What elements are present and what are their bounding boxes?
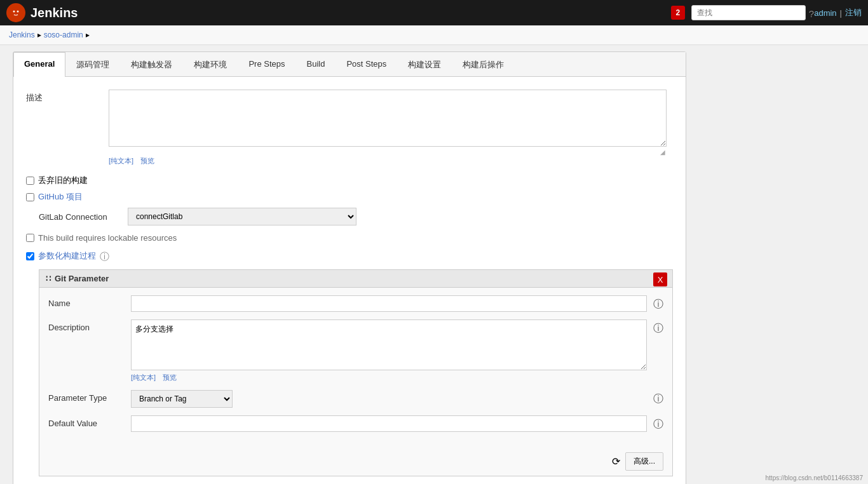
user-sep: | <box>840 8 842 18</box>
github-label-text: GitHub 项目 <box>38 191 83 203</box>
tab-presteps[interactable]: Pre Steps <box>238 52 295 77</box>
name-input[interactable]: myBranch <box>131 295 647 312</box>
parameterize-checkbox[interactable] <box>26 252 34 260</box>
username-link[interactable]: admin <box>814 8 836 18</box>
plain-text-link[interactable]: [纯文本] <box>109 157 133 165</box>
tab-buildsettings[interactable]: 构建设置 <box>397 52 452 77</box>
gitlab-connection-label: GitLab Connection <box>39 212 121 222</box>
breadcrumb-sep1: ▸ <box>37 30 41 39</box>
git-param-desc-label: Description <box>48 319 125 332</box>
git-param-title: Git Parameter <box>55 274 109 283</box>
tab-build[interactable]: Build <box>296 52 336 77</box>
user-area: admin | 注销 <box>814 7 862 18</box>
git-param-desc-row: Description 多分支选择 [纯文本] 预览 ⓘ <box>48 319 663 382</box>
tab-triggers[interactable]: 构建触发器 <box>120 52 183 77</box>
tab-general[interactable]: General <box>13 52 65 77</box>
breadcrumb-jenkins[interactable]: Jenkins <box>9 30 35 39</box>
git-param-body: Name myBranch ⓘ Description 多分支选择 [纯文本] <box>39 288 672 447</box>
description-label: 描述 <box>26 90 102 104</box>
plain-text2-link[interactable]: [纯文本] <box>131 373 156 381</box>
git-param-type-row: Parameter Type Branch or Tag Branch Tag … <box>48 390 663 408</box>
form-content: 描述 [纯文本] 预览 丢弃旧的构建 <box>13 77 686 484</box>
desc-help-icon: ⓘ <box>653 319 663 335</box>
tab-source[interactable]: 源码管理 <box>65 52 120 77</box>
git-param-header: ∷ Git Parameter X <box>39 270 672 288</box>
description-row: 描述 [纯文本] 预览 <box>26 90 673 166</box>
main-content: General 源码管理 构建触发器 构建环境 Pre Steps Build … <box>0 45 699 484</box>
git-param-name-label: Name <box>48 295 125 308</box>
discard-label-text: 丢弃旧的构建 <box>38 175 88 186</box>
search-help-icon: ? <box>809 6 814 19</box>
tab-poststeps[interactable]: Post Steps <box>336 52 397 77</box>
parameterize-label: 参数化构建过程 <box>38 250 96 262</box>
svg-point-1 <box>13 11 15 13</box>
logo: Jenkins <box>6 3 671 22</box>
breadcrumb-sep2: ▸ <box>86 30 90 39</box>
description-control: [纯文本] 预览 <box>109 90 667 166</box>
logout-link[interactable]: 注销 <box>845 7 862 18</box>
default-value-control: origin/master <box>131 415 647 432</box>
git-param-desc-control: 多分支选择 [纯文本] 预览 <box>131 319 647 382</box>
textarea-resize <box>109 149 667 156</box>
git-param-name-control: myBranch <box>131 295 647 312</box>
parameterize-row: 参数化构建过程 ⓘ <box>26 249 673 263</box>
search-box: ? <box>691 5 814 20</box>
default-value-help-icon: ⓘ <box>653 415 663 431</box>
parameterize-help-icon: ⓘ <box>100 249 109 263</box>
git-parameter-box: ∷ Git Parameter X Name myBranch ⓘ <box>39 269 673 476</box>
gitlab-connection-select-wrapper: connectGitlab <box>128 208 356 225</box>
advanced-button[interactable]: 高级... <box>625 452 663 471</box>
breadcrumb: Jenkins ▸ soso-admin ▸ <box>0 25 868 45</box>
footer-link: https://blog.csdn.net/b0114663387 <box>761 472 868 484</box>
tab-postbuild[interactable]: 构建后操作 <box>452 52 515 77</box>
config-panel: General 源码管理 构建触发器 构建环境 Pre Steps Build … <box>13 51 686 484</box>
notification-badge[interactable]: 2 <box>671 6 685 20</box>
github-row: GitHub 项目 <box>26 191 673 203</box>
git-param-close-button[interactable]: X <box>653 272 667 286</box>
description-plaintext-link: [纯文本] 预览 <box>109 156 667 166</box>
svg-point-0 <box>10 7 22 18</box>
discard-row: 丢弃旧的构建 <box>26 175 673 186</box>
lockable-label: This build requires lockable resources <box>38 233 177 243</box>
search-input[interactable] <box>691 5 806 20</box>
github-checkbox[interactable] <box>26 193 34 201</box>
discard-checkbox[interactable] <box>26 177 34 185</box>
description2-textarea[interactable]: 多分支选择 <box>131 319 647 370</box>
jenkins-icon <box>6 3 25 22</box>
discard-checkbox-label[interactable]: 丢弃旧的构建 <box>26 175 88 186</box>
default-value-input[interactable]: origin/master <box>131 415 647 432</box>
lockable-row: This build requires lockable resources <box>26 233 673 243</box>
desc2-links: [纯文本] 预览 <box>131 372 647 382</box>
tab-env[interactable]: 构建环境 <box>183 52 238 77</box>
default-value-label: Default Value <box>48 415 125 428</box>
header: Jenkins 2 ? admin | 注销 <box>0 0 868 25</box>
tab-bar: General 源码管理 构建触发器 构建环境 Pre Steps Build … <box>13 52 686 77</box>
git-param-footer: ⟳ 高级... <box>39 447 672 476</box>
preview2-link[interactable]: 预览 <box>163 373 177 381</box>
param-type-select[interactable]: Branch or Tag Branch Tag Revision Pull R… <box>131 390 233 408</box>
git-param-name-row: Name myBranch ⓘ <box>48 295 663 312</box>
svg-point-2 <box>17 11 19 13</box>
preview-link[interactable]: 预览 <box>140 157 154 165</box>
lockable-checkbox[interactable] <box>26 234 34 242</box>
param-type-label: Parameter Type <box>48 390 125 403</box>
name-help-icon: ⓘ <box>653 295 663 311</box>
description-textarea[interactable] <box>109 90 667 147</box>
github-checkbox-label[interactable]: GitHub 项目 <box>26 191 83 203</box>
param-type-help-icon: ⓘ <box>653 390 663 406</box>
gitlab-connection-select[interactable]: connectGitlab <box>128 208 356 225</box>
git-param-drag-icon: ∷ <box>46 274 51 283</box>
breadcrumb-project[interactable]: soso-admin <box>44 30 83 39</box>
refresh-icon[interactable]: ⟳ <box>612 455 620 467</box>
gitlab-connection-row: GitLab Connection connectGitlab <box>39 208 673 225</box>
git-param-default-row: Default Value origin/master ⓘ <box>48 415 663 432</box>
param-type-control: Branch or Tag Branch Tag Revision Pull R… <box>131 390 647 408</box>
